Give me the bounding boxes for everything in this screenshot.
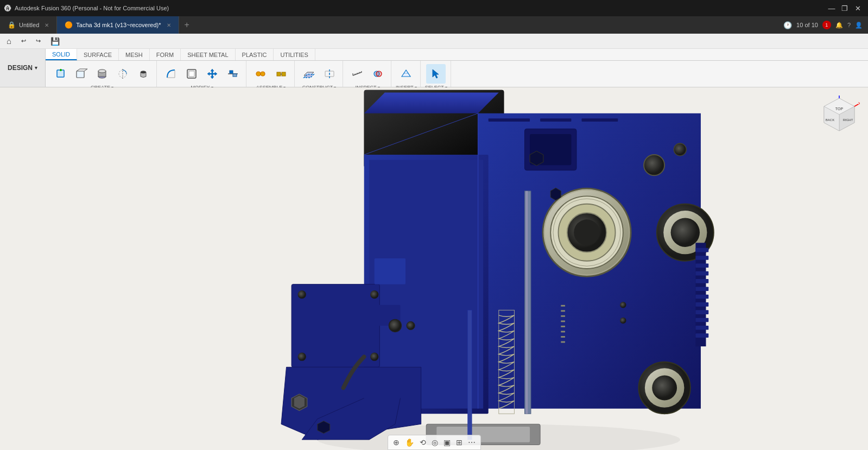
tab-tacha[interactable]: 🟠 Tacha 3d mk1 (v13~recovered)* ✕ <box>57 16 179 34</box>
offset-plane-btn[interactable] <box>299 64 319 84</box>
svg-rect-88 <box>695 333 708 338</box>
create-buttons <box>51 62 153 84</box>
midplane-btn[interactable] <box>320 64 339 84</box>
svg-point-68 <box>370 353 378 361</box>
home-button[interactable]: ⌂ <box>4 35 14 47</box>
tacha-tab-icon: 🟠 <box>65 21 73 29</box>
model-3d-canvas <box>0 87 868 450</box>
tab-utilities[interactable]: UTILITIES <box>274 49 315 60</box>
svg-point-103 <box>620 318 626 324</box>
more-btn[interactable]: ⋯ <box>466 437 477 448</box>
zoom-fit-btn[interactable]: ⟲ <box>418 437 428 448</box>
design-mode-label: DESIGN <box>8 64 33 72</box>
svg-rect-97 <box>561 341 565 343</box>
svg-rect-3 <box>77 71 84 78</box>
revolve-btn[interactable] <box>113 64 132 84</box>
toolbar-content: CREATE ▾ <box>46 61 868 87</box>
svg-rect-23 <box>277 72 281 76</box>
extrude-btn[interactable] <box>92 64 112 84</box>
toolbar-main: DESIGN ▾ SOLID SURFACE MESH FORM <box>0 49 868 87</box>
tab-untitled[interactable]: 🔒 Untitled ✕ <box>0 16 57 34</box>
main-container: ⌂ ↩ ↪ 💾 DESIGN ▾ SOLID SURFACE <box>0 34 868 450</box>
bell-icon[interactable]: 🔔 <box>835 22 843 29</box>
svg-point-52 <box>644 155 664 175</box>
minimize-button[interactable]: — <box>826 2 838 14</box>
grid-btn[interactable]: ⊞ <box>454 437 464 448</box>
svg-rect-108 <box>581 118 618 122</box>
redo-button[interactable]: ↪ <box>34 36 43 46</box>
orbit-btn[interactable]: ⊕ <box>391 437 401 448</box>
help-icon[interactable]: ? <box>847 22 851 28</box>
svg-point-20 <box>256 72 261 76</box>
svg-rect-95 <box>561 331 565 333</box>
svg-rect-96 <box>561 336 565 338</box>
tab-nav-top: SOLID SURFACE MESH FORM SHEET METAL <box>46 49 868 61</box>
svg-point-13 <box>141 71 146 73</box>
fillet-btn[interactable] <box>161 64 181 84</box>
save-button[interactable]: 💾 <box>48 36 62 47</box>
pan-btn[interactable]: ✋ <box>403 437 416 448</box>
svg-marker-70 <box>294 396 305 409</box>
svg-text:BACK: BACK <box>826 118 834 122</box>
notification-badge: 1 <box>822 21 831 29</box>
toolbar-group-inspect: INSPECT ▾ <box>344 61 391 87</box>
inspect-buttons <box>347 62 388 84</box>
undo-button[interactable]: ↩ <box>19 36 28 46</box>
select-btn[interactable] <box>426 64 446 84</box>
navigation-cube[interactable]: TOP RIGHT BACK Z X <box>819 96 860 136</box>
select-buttons <box>426 62 446 84</box>
display-mode-btn[interactable]: ▣ <box>442 437 452 448</box>
align-btn[interactable] <box>223 64 243 84</box>
svg-rect-77 <box>695 248 708 252</box>
move-btn[interactable] <box>202 64 222 84</box>
svg-rect-89 <box>468 310 472 440</box>
svg-rect-85 <box>695 310 708 314</box>
profile-icon[interactable]: 👤 <box>855 22 863 29</box>
svg-text:RIGHT: RIGHT <box>843 118 853 122</box>
tab-untitled-close[interactable]: ✕ <box>45 22 49 28</box>
svg-rect-78 <box>695 256 708 260</box>
svg-point-65 <box>298 290 306 299</box>
tab-tacha-label: Tacha 3d mk1 (v13~recovered)* <box>76 22 161 28</box>
close-button[interactable]: ✕ <box>852 2 864 14</box>
svg-rect-19 <box>233 74 237 77</box>
joint-btn[interactable] <box>251 64 270 84</box>
insert-mesh-btn[interactable] <box>396 64 416 84</box>
svg-rect-93 <box>561 320 565 322</box>
svg-rect-107 <box>540 118 571 122</box>
measure-btn[interactable] <box>347 64 367 84</box>
tab-untitled-label: Untitled <box>19 22 39 28</box>
tab-tacha-close[interactable]: ✕ <box>167 22 171 28</box>
tab-plastic[interactable]: PLASTIC <box>236 49 274 60</box>
interference-btn[interactable] <box>368 64 388 84</box>
create-sketch-btn[interactable] <box>72 64 91 84</box>
maximize-button[interactable]: ❐ <box>839 2 851 14</box>
window-title: Autodesk Fusion 360 (Personal - Not for … <box>15 5 169 11</box>
shell-btn[interactable] <box>182 64 201 84</box>
svg-rect-87 <box>695 326 708 330</box>
svg-rect-91 <box>561 310 565 312</box>
svg-line-5 <box>84 69 87 71</box>
insert-buttons <box>396 62 416 84</box>
construct-buttons <box>299 62 339 84</box>
tab-counter: 10 of 10 <box>796 22 818 28</box>
svg-rect-94 <box>561 326 565 327</box>
tab-sheet-metal[interactable]: SHEET METAL <box>181 49 235 60</box>
tab-solid[interactable]: SOLID <box>46 49 77 60</box>
tab-form[interactable]: FORM <box>150 49 181 60</box>
design-mode-selector[interactable]: DESIGN ▾ <box>0 49 46 87</box>
tab-add-button[interactable]: + <box>179 16 195 34</box>
tab-surface[interactable]: SURFACE <box>77 49 119 60</box>
new-component-btn[interactable] <box>51 64 71 84</box>
assemble-buttons <box>251 62 291 84</box>
bottom-toolbar: ⊕ ✋ ⟲ ◎ ▣ ⊞ ⋯ <box>388 435 481 450</box>
svg-point-101 <box>407 321 415 329</box>
tab-mesh[interactable]: MESH <box>119 49 150 60</box>
app-icon: 🅐 <box>4 4 11 12</box>
model-view[interactable]: TOP RIGHT BACK Z X ⊕ ✋ ⟲ ◎ ▣ ⊞ ⋯ <box>0 87 868 450</box>
svg-point-53 <box>674 143 686 156</box>
hole-btn[interactable] <box>134 64 153 84</box>
as-built-joint-btn[interactable] <box>271 64 291 84</box>
zoom-btn[interactable]: ◎ <box>430 437 440 448</box>
svg-point-9 <box>98 69 106 73</box>
